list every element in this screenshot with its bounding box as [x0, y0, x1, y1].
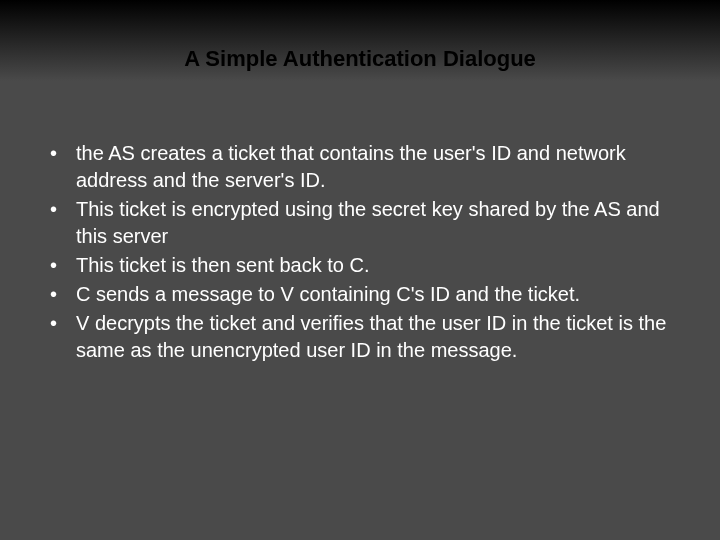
bullet-text: V decrypts the ticket and verifies that … [76, 310, 672, 364]
list-item: • This ticket is then sent back to C. [48, 252, 672, 279]
list-item: • V decrypts the ticket and verifies tha… [48, 310, 672, 364]
list-item: • C sends a message to V containing C's … [48, 281, 672, 308]
bullet-text: the AS creates a ticket that contains th… [76, 140, 672, 194]
bullet-icon: • [48, 140, 76, 194]
bullet-icon: • [48, 196, 76, 250]
bullet-text: This ticket is encrypted using the secre… [76, 196, 672, 250]
list-item: • the AS creates a ticket that contains … [48, 140, 672, 194]
slide-content: • the AS creates a ticket that contains … [48, 140, 672, 366]
bullet-text: C sends a message to V containing C's ID… [76, 281, 672, 308]
bullet-icon: • [48, 281, 76, 308]
list-item: • This ticket is encrypted using the sec… [48, 196, 672, 250]
bullet-icon: • [48, 310, 76, 364]
bullet-text: This ticket is then sent back to C. [76, 252, 672, 279]
bullet-icon: • [48, 252, 76, 279]
slide-title: A Simple Authentication Dialogue [0, 46, 720, 72]
slide: A Simple Authentication Dialogue • the A… [0, 0, 720, 540]
